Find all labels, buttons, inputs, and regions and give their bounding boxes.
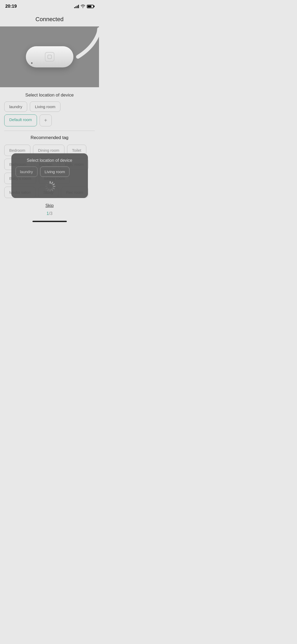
signal-icon [74, 4, 79, 8]
loading-spinner [44, 181, 55, 192]
home-bar [32, 221, 67, 222]
pagination: 1/3 [4, 211, 95, 216]
overlay-chip-living-room[interactable]: Living room [40, 167, 70, 177]
overlay-chips: laundry Living room [16, 167, 84, 177]
location-label: Select location of device [4, 93, 95, 98]
wifi-icon [81, 4, 85, 9]
device-image [0, 26, 99, 87]
status-bar: 20:19 [0, 0, 99, 11]
status-icons [74, 4, 94, 9]
chip-add[interactable]: + [40, 114, 52, 126]
device-dot [31, 62, 32, 64]
chip-laundry[interactable]: laundry [4, 102, 27, 112]
pagination-current: 1 [46, 211, 49, 216]
overlay-label: Select location of device [16, 158, 84, 163]
svg-rect-2 [48, 55, 51, 59]
device-body [26, 46, 73, 67]
home-indicator [4, 219, 95, 225]
overlay-chip-laundry[interactable]: laundry [16, 167, 37, 177]
section-divider [4, 131, 95, 131]
location-chips: laundry Living room Default room + [4, 102, 95, 126]
spinner-container [16, 181, 84, 192]
loading-overlay: Select location of device laundry Living… [11, 153, 88, 198]
device-button [45, 52, 54, 62]
status-time: 20:19 [5, 4, 17, 9]
chip-living-room[interactable]: Living room [30, 102, 60, 112]
chip-default-room[interactable]: Default room [4, 114, 37, 126]
recommended-label: Recommended tag [4, 135, 95, 140]
page-title: Connected [0, 11, 99, 26]
battery-icon [87, 5, 94, 8]
skip-link[interactable]: Skip [4, 203, 95, 208]
pagination-total: 3 [50, 211, 53, 216]
